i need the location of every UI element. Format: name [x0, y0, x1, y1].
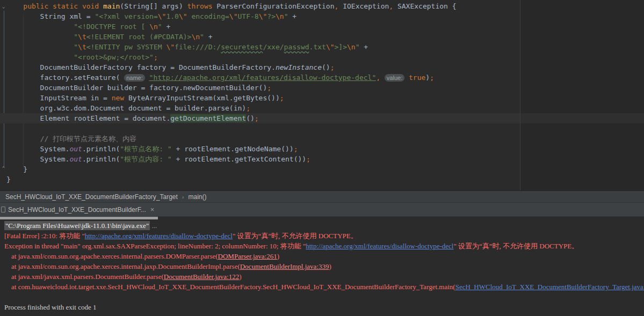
- editor-gutter: ⌄ ⌃: [0, 0, 6, 190]
- code-token: [6, 23, 74, 31]
- console-line[interactable]: at java.xml/com.sun.org.apache.xerces.in…: [4, 261, 644, 271]
- code-token: String xml =: [6, 12, 95, 20]
- code-token: (): [322, 63, 330, 71]
- breadcrumb-class[interactable]: SecH_HWCloud_IoT_XXE_DocumentBuilderFact…: [5, 193, 178, 201]
- code-token: "<?xml version=: [95, 12, 157, 20]
- code-token: DocumentBuilder builder = factory.newDoc…: [6, 84, 267, 92]
- console-link[interactable]: DocumentBuilderImpl.java:339: [240, 262, 329, 270]
- fold-collapse-end-icon[interactable]: ⌃: [1, 165, 6, 171]
- code-token: factory.setFeature(: [6, 74, 124, 82]
- console-line[interactable]: at java.xml/javax.xml.parsers.DocumentBu…: [4, 271, 644, 282]
- code-token: [145, 74, 149, 82]
- code-token: new: [112, 94, 124, 102]
- console-line[interactable]: "C:\Program Files\Huawei\jdk-11.0.1\bin\…: [4, 221, 644, 231]
- code-token: ": [356, 43, 360, 51]
- code-token: >]>: [335, 43, 347, 51]
- console-link[interactable]: DOMParser.java:261: [218, 252, 277, 260]
- breadcrumb: SecH_HWCloud_IoT_XXE_DocumentBuilderFact…: [0, 191, 644, 203]
- code-token: }: [6, 175, 11, 183]
- code-token: IOException: [338, 2, 389, 10]
- code-token: \t: [78, 33, 86, 41]
- code-token: System.: [6, 145, 69, 153]
- code-editor[interactable]: ⌄ ⌃ public static void main(String[] arg…: [0, 0, 644, 191]
- fold-scope-line: [4, 11, 4, 167]
- fold-collapse-icon[interactable]: ⌄: [1, 3, 6, 9]
- code-token: [6, 53, 74, 61]
- console-line[interactable]: at java.xml/com.sun.org.apache.xerces.in…: [4, 251, 644, 261]
- console-line[interactable]: Process finished with exit code 1: [4, 302, 644, 312]
- code-token: ;: [154, 53, 158, 61]
- code-token: .println(: [82, 145, 120, 153]
- code-token: \": [158, 12, 167, 20]
- code-token: true: [409, 74, 425, 82]
- tab-close-icon[interactable]: ×: [150, 205, 155, 214]
- code-token: +: [360, 43, 368, 51]
- run-tab-label: SecH_HWCloud_IoT_XXE_DocumentBuilderF...: [8, 206, 146, 214]
- console-line[interactable]: at com.huaweicloud.iot.target.xxe.SecH_H…: [4, 282, 644, 292]
- console-token: "C:\Program Files\Huawei\jdk-11.0.1\bin\…: [4, 221, 150, 230]
- code-token: encoding=: [187, 12, 229, 20]
- code-token: ;: [330, 63, 335, 71]
- code-token: \n: [347, 43, 356, 51]
- code-token: "<root>&pw;</root>": [74, 53, 154, 61]
- code-token: ,: [389, 2, 393, 10]
- code-token: \t: [78, 43, 86, 51]
- console-token: at java.xml/com.sun.org.apache.xerces.in…: [4, 252, 218, 260]
- code-token: DocumentBuilderFactory factory = Documen…: [6, 63, 276, 71]
- code-token: securetest: [221, 43, 263, 51]
- code-token: ;: [280, 94, 284, 102]
- console-token: Process finished with exit code 1: [4, 303, 97, 311]
- code-token: SAXException {: [393, 2, 456, 10]
- code-token: ;: [267, 84, 271, 92]
- code-token: +: [288, 12, 296, 20]
- console-token: at java.xml/com.sun.org.apache.xerces.in…: [4, 262, 240, 270]
- console-link[interactable]: DocumentBuilder.java:122: [164, 273, 239, 281]
- code-token: \": [259, 12, 267, 20]
- console-horizontal-scrollbar[interactable]: [0, 217, 158, 219]
- code-token: throws: [187, 2, 213, 10]
- code-token: main: [103, 2, 120, 10]
- code-token: "根节点内容: ": [120, 155, 171, 163]
- code-token: ByteArrayInputStream(xml.getBytes()): [124, 94, 280, 102]
- console-line[interactable]: [Fatal Error] :2:10: 将功能 "http://apache.…: [4, 231, 644, 241]
- code-token: + rootElement.getNodeName()): [172, 145, 294, 153]
- run-tab[interactable]: SecH_HWCloud_IoT_XXE_DocumentBuilderF...…: [0, 203, 158, 216]
- code-token: 1.0: [166, 12, 178, 20]
- code-token: \": [229, 12, 238, 20]
- code-token: [404, 74, 409, 82]
- code-token: out: [69, 155, 82, 163]
- code-token: \": [166, 43, 175, 51]
- code-token: [6, 43, 74, 51]
- console-link[interactable]: SecH_HWCloud_IoT_XXE_DocumentBuilderFact…: [455, 283, 644, 291]
- console-token: Exception in thread "main" org.xml.sax.S…: [4, 242, 306, 250]
- console-token: at java.xml/javax.xml.parsers.DocumentBu…: [4, 273, 164, 281]
- console-link[interactable]: http://apache.org/xml/features/disallow-…: [85, 232, 233, 240]
- code-token: getDocumentElement: [170, 114, 246, 122]
- run-config-icon: [1, 207, 5, 212]
- console-link[interactable]: http://apache.org/xml/features/disallow-…: [306, 242, 453, 250]
- code-token: "<!DOCTYPE root [: [74, 23, 149, 31]
- code-link[interactable]: "http://apache.org/xml/features/disallow…: [149, 74, 377, 82]
- code-token: <!ENTITY pw SYSTEM: [86, 43, 167, 51]
- console-output[interactable]: "C:\Program Files\Huawei\jdk-11.0.1\bin\…: [0, 217, 644, 315]
- code-token: ": [158, 23, 162, 31]
- console-token: ): [277, 252, 279, 260]
- code-token: .txt: [309, 43, 326, 51]
- code-token: [6, 2, 23, 10]
- console-line[interactable]: [4, 292, 644, 302]
- console-token: " 设置为“真”时, 不允许使用 DOCTYPE。: [233, 232, 358, 240]
- code-token: file:///D:/: [175, 43, 221, 51]
- code-token: +: [162, 23, 171, 31]
- code-token: ": [200, 33, 204, 41]
- code-token: "根节点名称: ": [120, 145, 171, 153]
- breadcrumb-method[interactable]: main(): [188, 193, 206, 201]
- code-token: ;: [306, 155, 310, 163]
- code-token: }: [6, 165, 27, 173]
- console-line[interactable]: Exception in thread "main" org.xml.sax.S…: [4, 241, 644, 251]
- code-token: [380, 74, 385, 82]
- code-token: [6, 135, 40, 143]
- console-token: ): [329, 262, 331, 270]
- code-token: passwd: [284, 43, 309, 51]
- code-token: ,: [376, 74, 380, 82]
- code-token: ): [425, 74, 430, 82]
